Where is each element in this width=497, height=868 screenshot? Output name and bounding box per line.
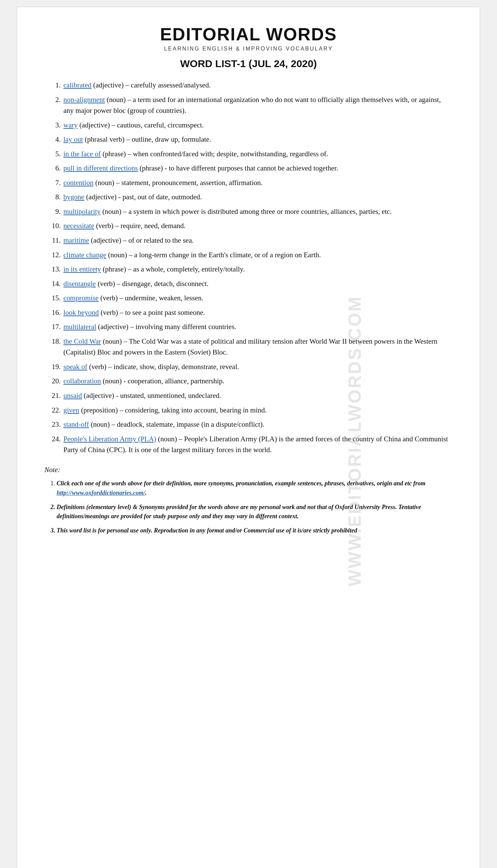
- word-link[interactable]: in its entirety: [63, 265, 101, 273]
- item-number: 2.: [44, 94, 61, 105]
- item-number: 13.: [44, 264, 61, 275]
- word-link[interactable]: look beyond: [63, 308, 99, 317]
- item-content: speak of (verb) – indicate, show, displa…: [63, 361, 453, 373]
- oxford-link[interactable]: http://www.oxforddictionaries.com/: [57, 489, 145, 496]
- word-link[interactable]: pull in different directions: [63, 164, 138, 172]
- word-link[interactable]: bygone: [63, 193, 84, 201]
- item-content: compromise (verb) – undermine, weaken, l…: [63, 292, 453, 304]
- item-content: lay out (phrasal verb) – outline, draw u…: [63, 134, 453, 145]
- word-link[interactable]: speak of: [63, 363, 87, 371]
- word-link[interactable]: contention: [63, 179, 94, 187]
- item-number: 9.: [44, 206, 61, 217]
- word-link[interactable]: multipolarity: [63, 207, 101, 216]
- list-item: 18.the Cold War (noun) – The Cold War wa…: [44, 336, 453, 358]
- page: WWW.EDITORIALWORDS.COM EDITORIAL WORDS L…: [17, 7, 480, 868]
- item-content: multilateral (adjective) – involving man…: [63, 321, 453, 332]
- word-link[interactable]: non-alignment: [63, 96, 105, 104]
- list-item: 21.unsaid (adjective) - unstated, unment…: [44, 390, 453, 401]
- item-content: non-alignment (noun) – a term used for a…: [63, 94, 453, 116]
- item-content: pull in different directions (phrase) - …: [63, 163, 453, 174]
- list-item: 15.compromise (verb) – undermine, weaken…: [44, 292, 453, 304]
- word-link[interactable]: in the face of: [63, 150, 101, 158]
- word-link[interactable]: necessitate: [63, 222, 94, 230]
- item-number: 10.: [44, 220, 61, 231]
- list-item: 17.multilateral (adjective) – involving …: [44, 321, 453, 332]
- note-item: Definitions (elementary level) & Synonym…: [57, 503, 453, 522]
- list-item: 14.disentangle (verb) – disengage, detac…: [44, 278, 453, 289]
- word-link[interactable]: unsaid: [63, 391, 82, 400]
- word-link[interactable]: compromise: [63, 294, 99, 302]
- item-content: unsaid (adjective) - unstated, unmention…: [63, 390, 453, 401]
- list-item: 22.given (preposition) – considering, ta…: [44, 405, 453, 416]
- item-number: 15.: [44, 292, 61, 304]
- word-link[interactable]: the Cold War: [63, 337, 101, 345]
- list-item: 3.wary (adjective) – cautious, careful, …: [44, 120, 453, 131]
- list-item: 19.speak of (verb) – indicate, show, dis…: [44, 361, 453, 373]
- word-link[interactable]: wary: [63, 121, 77, 129]
- word-link[interactable]: climate change: [63, 251, 106, 259]
- word-link[interactable]: lay out: [63, 135, 83, 143]
- item-number: 17.: [44, 321, 61, 332]
- item-number: 16.: [44, 307, 61, 318]
- item-content: multipolarity (noun) – a system in which…: [63, 206, 453, 217]
- list-item: 7.contention (noun) – statement, pronoun…: [44, 177, 453, 188]
- list-item: 9.multipolarity (noun) – a system in whi…: [44, 206, 453, 217]
- list-item: 8.bygone (adjective) - past, out of date…: [44, 191, 453, 203]
- item-content: disentangle (verb) – disengage, detach, …: [63, 278, 453, 289]
- list-item: 10.necessitate (verb) – require, need, d…: [44, 220, 453, 231]
- item-number: 11.: [44, 235, 61, 246]
- note-label: Note:: [44, 466, 453, 474]
- item-content: necessitate (verb) – require, need, dema…: [63, 220, 453, 231]
- item-number: 20.: [44, 376, 61, 387]
- item-content: the Cold War (noun) – The Cold War was a…: [63, 336, 453, 358]
- item-content: wary (adjective) – cautious, careful, ci…: [63, 120, 453, 131]
- item-number: 6.: [44, 163, 61, 174]
- item-number: 19.: [44, 361, 61, 373]
- word-link[interactable]: collaboration: [63, 377, 101, 385]
- note-list: Click each one of the words above for th…: [44, 479, 453, 536]
- word-link[interactable]: stand-off: [63, 420, 89, 429]
- list-item: 12.climate change (noun) – a long-term c…: [44, 249, 453, 261]
- item-content: look beyond (verb) – to see a point past…: [63, 307, 453, 318]
- item-content: given (preposition) – considering, takin…: [63, 405, 453, 416]
- item-number: 22.: [44, 405, 61, 416]
- item-content: bygone (adjective) - past, out of date, …: [63, 191, 453, 203]
- item-number: 4.: [44, 134, 61, 145]
- note-item: This word list is for personal use only.…: [57, 526, 453, 536]
- word-link[interactable]: given: [63, 406, 79, 414]
- item-content: People's Liberation Army (PLA) (noun) – …: [63, 434, 453, 455]
- item-number: 14.: [44, 278, 61, 289]
- word-list: 1.calibrated (adjective) – carefully ass…: [44, 79, 453, 455]
- item-content: in the face of (phrase) – when confronte…: [63, 148, 453, 160]
- list-item: 2.non-alignment (noun) – a term used for…: [44, 94, 453, 116]
- list-item: 20.collaboration (noun) - cooperation, a…: [44, 376, 453, 387]
- item-number: 12.: [44, 249, 61, 261]
- item-content: maritime (adjective) – of or related to …: [63, 235, 453, 246]
- list-item: 24.People's Liberation Army (PLA) (noun)…: [44, 434, 453, 455]
- item-number: 21.: [44, 390, 61, 401]
- word-link[interactable]: People's Liberation Army (PLA): [63, 435, 156, 443]
- note-section: Note: Click each one of the words above …: [44, 466, 453, 536]
- item-number: 8.: [44, 191, 61, 203]
- wordlist-title: WORD LIST-1 (JUL 24, 2020): [44, 58, 453, 70]
- item-number: 18.: [44, 336, 61, 347]
- word-link[interactable]: calibrated: [63, 81, 91, 89]
- word-link[interactable]: disentangle: [63, 280, 96, 288]
- item-number: 24.: [44, 434, 61, 445]
- item-content: collaboration (noun) - cooperation, alli…: [63, 376, 453, 387]
- item-number: 1.: [44, 79, 61, 91]
- word-link[interactable]: multilateral: [63, 323, 96, 331]
- item-number: 3.: [44, 120, 61, 131]
- item-content: contention (noun) – statement, pronounce…: [63, 177, 453, 188]
- item-number: 23.: [44, 419, 61, 430]
- item-number: 5.: [44, 148, 61, 160]
- header-subtitle: LEARNING ENGLISH & IMPROVING VOCABULARY: [44, 46, 453, 52]
- list-item: 6.pull in different directions (phrase) …: [44, 163, 453, 174]
- word-link[interactable]: maritime: [63, 236, 89, 244]
- item-content: stand-off (noun) – deadlock, stalemate, …: [63, 419, 453, 430]
- list-item: 1.calibrated (adjective) – carefully ass…: [44, 79, 453, 91]
- list-item: 11.maritime (adjective) – of or related …: [44, 235, 453, 246]
- item-content: in its entirety (phrase) – as a whole, c…: [63, 264, 453, 275]
- item-content: calibrated (adjective) – carefully asses…: [63, 79, 453, 91]
- list-item: 4.lay out (phrasal verb) – outline, draw…: [44, 134, 453, 145]
